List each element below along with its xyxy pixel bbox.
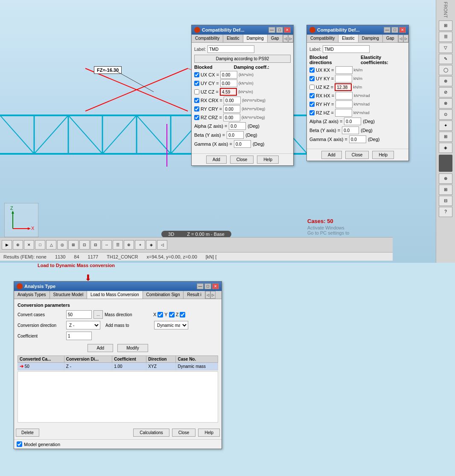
rz-input-1[interactable] bbox=[223, 114, 240, 121]
analysis-minimize[interactable]: — bbox=[197, 283, 204, 289]
tab-combination-sign[interactable]: Combination Sign bbox=[143, 291, 184, 299]
dialog-1-help[interactable]: Help bbox=[257, 156, 279, 164]
convert-cases-browse[interactable]: ... bbox=[93, 310, 103, 319]
dialog-1-titlebar[interactable]: Compatibility Def... — □ ✕ bbox=[192, 25, 293, 35]
right-btn-10[interactable]: ✦ bbox=[439, 120, 452, 131]
uz-input-1[interactable] bbox=[220, 88, 237, 96]
right-btn-9[interactable]: ⊙ bbox=[439, 109, 452, 120]
right-btn-11[interactable]: ⊞ bbox=[439, 132, 452, 142]
ry-checkbox-1[interactable] bbox=[194, 106, 199, 112]
rx-checkbox-2[interactable] bbox=[309, 93, 315, 98]
right-btn-6[interactable]: ⊕ bbox=[439, 76, 452, 86]
toolbar-btn-5[interactable]: △ bbox=[46, 240, 56, 250]
ry-input-2[interactable] bbox=[335, 100, 353, 108]
toolbar-btn-10[interactable]: ↔ bbox=[102, 240, 112, 250]
tab-structure-model[interactable]: Structure Model bbox=[50, 291, 88, 299]
right-btn-5[interactable]: ◯ bbox=[439, 65, 452, 75]
dialog-1-close-btn[interactable]: Close bbox=[230, 156, 254, 164]
rx-checkbox-1[interactable] bbox=[194, 98, 199, 103]
toolbar-btn-2[interactable]: ⊕ bbox=[13, 240, 23, 250]
toolbar-btn-6[interactable]: ◎ bbox=[57, 240, 67, 250]
dialog-1-minimize[interactable]: — bbox=[268, 27, 275, 33]
dialog-2-maximize[interactable]: □ bbox=[391, 27, 398, 33]
beta-input-2[interactable] bbox=[342, 126, 359, 134]
tab-compatibility-2[interactable]: Compatibility bbox=[307, 35, 338, 42]
rz-checkbox-1[interactable] bbox=[194, 115, 199, 120]
z-checkbox[interactable] bbox=[180, 312, 185, 317]
toolbar-btn-9[interactable]: ⊟ bbox=[90, 240, 101, 250]
rz-checkbox-2[interactable] bbox=[309, 110, 315, 115]
right-btn-7[interactable]: ⊘ bbox=[439, 87, 452, 97]
add-mass-select[interactable]: Dynamic mass Static mass bbox=[154, 321, 188, 329]
right-btn-1[interactable]: ⊞ bbox=[439, 21, 452, 31]
tab-compatibility-1[interactable]: Compatibility bbox=[192, 35, 223, 42]
toolbar-btn-12[interactable]: ⊕ bbox=[124, 240, 134, 250]
dialog-2-close[interactable]: ✕ bbox=[399, 27, 406, 33]
alpha-input-2[interactable] bbox=[344, 118, 361, 125]
toolbar-btn-11[interactable]: ☰ bbox=[113, 240, 123, 250]
toolbar-btn-13[interactable]: ⌖ bbox=[135, 240, 145, 250]
modify-btn[interactable]: Modify bbox=[117, 344, 148, 352]
beta-input-1[interactable] bbox=[227, 131, 244, 139]
gamma-input-2[interactable] bbox=[349, 135, 366, 143]
tab-load-to-mass[interactable]: Load to Mass Conversion bbox=[87, 291, 143, 299]
tab-prev-1[interactable]: ◁ bbox=[283, 35, 288, 42]
toolbar-btn-8[interactable]: ⊡ bbox=[79, 240, 90, 250]
delete-btn[interactable]: Delete bbox=[16, 429, 39, 437]
convert-cases-input[interactable] bbox=[66, 310, 92, 319]
ux-input-2[interactable] bbox=[335, 66, 353, 74]
dialog-1-maximize[interactable]: □ bbox=[276, 27, 283, 33]
ux-checkbox-2[interactable] bbox=[309, 68, 315, 73]
analysis-titlebar[interactable]: Analysis Type — □ ✕ bbox=[14, 282, 222, 291]
calculations-btn[interactable]: Calculations bbox=[133, 429, 169, 437]
close-btn[interactable]: Close bbox=[172, 429, 196, 437]
tab-next-1[interactable]: ▷ bbox=[288, 35, 293, 42]
right-btn-16[interactable]: ? bbox=[439, 207, 452, 217]
alpha-input-1[interactable] bbox=[229, 122, 246, 130]
uz-input-2[interactable] bbox=[335, 83, 352, 91]
toolbar-btn-1[interactable]: ▶ bbox=[2, 240, 12, 250]
dialog-2-close-btn[interactable]: Close bbox=[345, 151, 369, 159]
model-gen-checkbox[interactable] bbox=[17, 441, 22, 447]
right-btn-13[interactable]: ⊕ bbox=[439, 173, 452, 184]
right-btn-2[interactable]: ☰ bbox=[439, 32, 452, 42]
scroll-thumb[interactable] bbox=[439, 155, 452, 172]
dialog-2-minimize[interactable]: — bbox=[384, 27, 391, 33]
uy-input-1[interactable] bbox=[220, 79, 237, 87]
uy-checkbox-1[interactable] bbox=[194, 81, 199, 86]
right-btn-8[interactable]: ⊗ bbox=[439, 98, 452, 109]
dialog-1-add[interactable]: Add bbox=[206, 156, 227, 164]
toolbar-btn-scroll[interactable]: ◁ bbox=[157, 240, 167, 250]
tab-gap-1[interactable]: Gap bbox=[268, 35, 283, 42]
tab-gap-2[interactable]: Gap bbox=[383, 35, 398, 42]
analysis-close[interactable]: ✕ bbox=[212, 283, 219, 289]
analysis-tab-next[interactable]: ▷ bbox=[210, 291, 216, 299]
toolbar-btn-14[interactable]: ◈ bbox=[146, 240, 156, 250]
rx-input-1[interactable] bbox=[224, 97, 241, 104]
table-row[interactable]: ➔ 50 Z - 1.00 XYZ Dynamic mass bbox=[18, 363, 218, 370]
tab-damping-1[interactable]: Damping bbox=[243, 35, 268, 42]
uz-checkbox-1[interactable] bbox=[194, 89, 199, 94]
right-btn-12[interactable]: ◈ bbox=[439, 143, 452, 153]
tab-result-i[interactable]: Result i bbox=[184, 291, 205, 299]
right-btn-4[interactable]: ✎ bbox=[439, 54, 452, 64]
x-checkbox[interactable] bbox=[158, 312, 163, 317]
ux-checkbox-1[interactable] bbox=[194, 72, 199, 77]
help-btn[interactable]: Help bbox=[198, 429, 220, 437]
uy-checkbox-2[interactable] bbox=[309, 76, 315, 81]
rz-input-2[interactable] bbox=[335, 109, 352, 117]
tab-damping-2[interactable]: Damping bbox=[359, 35, 383, 42]
uy-input-2[interactable] bbox=[335, 75, 352, 82]
right-btn-3[interactable]: ▽ bbox=[439, 43, 452, 53]
tab-elastic-2[interactable]: Elastic bbox=[338, 35, 358, 42]
tab-analysis-types[interactable]: Analysis Types bbox=[14, 291, 50, 299]
toolbar-btn-7[interactable]: ⊞ bbox=[68, 240, 79, 250]
toolbar-btn-4[interactable]: □ bbox=[35, 240, 45, 250]
uz-checkbox-2[interactable] bbox=[309, 85, 315, 90]
analysis-tab-prev[interactable]: ◁ bbox=[205, 291, 210, 299]
dialog-2-help[interactable]: Help bbox=[372, 151, 394, 159]
analysis-maximize[interactable]: □ bbox=[204, 283, 211, 289]
add-btn[interactable]: Add bbox=[88, 344, 113, 352]
ux-input-1[interactable] bbox=[220, 71, 237, 79]
rx-input-2[interactable] bbox=[335, 92, 353, 100]
